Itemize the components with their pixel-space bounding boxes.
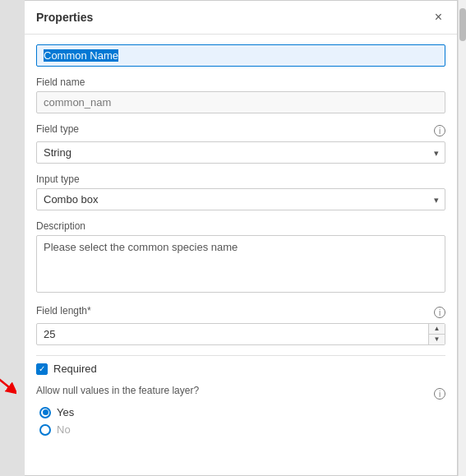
svg-line-1 xyxy=(0,377,13,391)
input-type-group: Input type Combo box Text box Date picke… xyxy=(36,173,445,210)
display-name-group xyxy=(36,44,445,67)
field-length-label-row: Field length* i xyxy=(36,305,445,320)
description-group: Description Please select the common spe… xyxy=(36,220,445,295)
checkmark-icon: ✓ xyxy=(39,365,45,373)
description-label: Description xyxy=(36,220,445,232)
null-values-label-row: Allow null values in the feature layer? … xyxy=(36,385,445,403)
panel-title: Properties xyxy=(36,11,93,24)
close-button[interactable]: × xyxy=(431,9,445,25)
null-values-info-icon[interactable]: i xyxy=(434,388,445,400)
scrollbar-track[interactable] xyxy=(458,0,466,476)
field-name-label: Field name xyxy=(36,76,445,88)
null-values-group: Allow null values in the feature layer? … xyxy=(36,385,445,436)
null-values-no-row: No xyxy=(39,423,445,436)
required-checkbox[interactable]: ✓ xyxy=(36,363,48,375)
field-name-input[interactable] xyxy=(36,91,445,113)
panel-header: Properties × xyxy=(25,1,457,35)
null-values-no-radio[interactable] xyxy=(39,424,51,436)
required-label: Required xyxy=(53,363,97,375)
null-values-yes-radio[interactable] xyxy=(39,407,51,418)
field-type-group: Field type i String Integer Double Date … xyxy=(36,123,445,164)
field-length-label: Field length* xyxy=(36,305,91,317)
field-name-group: Field name xyxy=(36,76,445,113)
divider-1 xyxy=(36,355,445,356)
input-type-select-wrapper: Combo box Text box Date picker ▾ xyxy=(36,188,445,210)
field-type-label: Field type xyxy=(36,123,79,135)
field-length-info-icon[interactable]: i xyxy=(434,307,445,318)
description-textarea[interactable]: Please select the common species name xyxy=(36,235,445,293)
null-values-no-label: No xyxy=(57,423,71,436)
field-length-input-wrapper: ▲ ▼ xyxy=(36,323,445,345)
red-arrow-icon xyxy=(0,372,16,398)
input-type-select[interactable]: Combo box Text box Date picker xyxy=(36,188,445,210)
properties-panel: Properties × Field name Field type i xyxy=(25,0,458,476)
field-length-spin-up[interactable]: ▲ xyxy=(429,324,445,335)
null-values-yes-row: Yes xyxy=(39,406,445,418)
display-name-input[interactable] xyxy=(36,44,445,67)
input-type-label: Input type xyxy=(36,173,445,185)
null-values-radio-group: Yes No xyxy=(36,406,445,436)
field-length-spin-down[interactable]: ▼ xyxy=(429,335,445,344)
null-values-label: Allow null values in the feature layer? xyxy=(36,385,199,396)
scrollbar-thumb[interactable] xyxy=(459,8,466,41)
field-type-select-wrapper: String Integer Double Date ▾ xyxy=(36,141,445,164)
field-length-input[interactable] xyxy=(36,323,445,345)
panel-body: Field name Field type i String Integer D… xyxy=(25,35,457,475)
field-type-label-row: Field type i xyxy=(36,123,445,138)
null-values-yes-label: Yes xyxy=(57,406,74,418)
field-length-group: Field length* i ▲ ▼ xyxy=(36,305,445,345)
field-length-spinners: ▲ ▼ xyxy=(428,324,445,344)
field-type-select[interactable]: String Integer Double Date xyxy=(36,141,445,164)
required-checkbox-row: ✓ Required xyxy=(36,363,445,375)
radio-dot-yes xyxy=(43,409,48,415)
field-type-info-icon[interactable]: i xyxy=(434,125,445,136)
arrow-indicator-area xyxy=(0,0,25,476)
